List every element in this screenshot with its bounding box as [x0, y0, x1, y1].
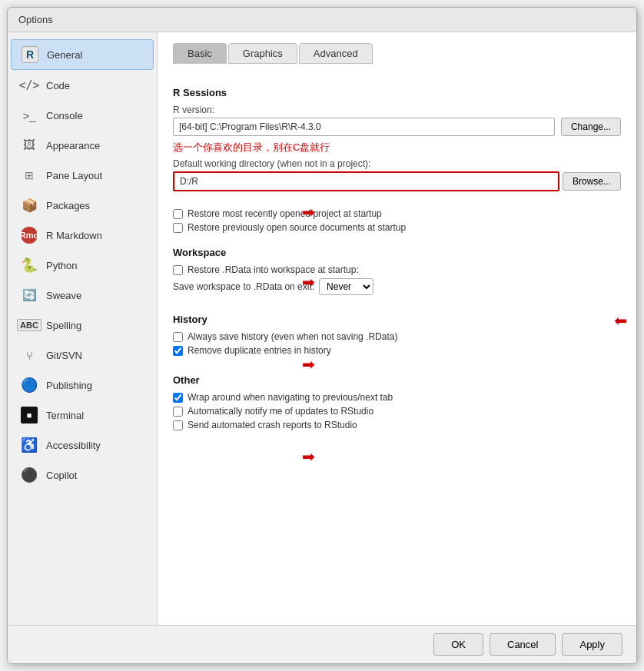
rmd-icon: Rmd — [20, 226, 38, 244]
restore-docs-checkbox[interactable] — [173, 223, 183, 233]
sidebar-item-sweave[interactable]: 🔄 Sweave — [11, 281, 154, 310]
sidebar-label-git-svn: Git/SVN — [46, 350, 82, 361]
r-version-row: Change... — [173, 118, 621, 136]
tabs: Basic Graphics Advanced — [173, 43, 621, 64]
sweave-icon: 🔄 — [20, 286, 38, 304]
sidebar-item-accessibility[interactable]: ♿ Accessibility — [11, 430, 154, 460]
other-section: Other Wrap around when navigating to pre… — [173, 371, 621, 433]
console-icon: >_ — [20, 106, 38, 125]
sidebar-item-copilot[interactable]: ⚫ Copilot — [11, 460, 154, 490]
sidebar-label-packages: Packages — [46, 200, 90, 211]
sidebar-item-terminal[interactable]: ■ Terminal — [11, 400, 154, 430]
restore-docs-row: Restore previously open source documents… — [173, 222, 621, 233]
code-icon: </> — [20, 76, 38, 95]
save-workspace-label: Save workspace to .RData on exit: — [173, 281, 314, 292]
sidebar-item-console[interactable]: >_ Console — [11, 101, 154, 130]
cancel-button[interactable]: Cancel — [490, 633, 556, 656]
sidebar-item-general[interactable]: R General — [11, 39, 154, 70]
sidebar-item-code[interactable]: </> Code — [11, 71, 154, 100]
tab-basic[interactable]: Basic — [173, 43, 227, 64]
hint-text: 选一个你喜欢的目录，别在C盘就行 — [173, 141, 621, 154]
r-version-label: R version: — [173, 105, 621, 115]
r-version-input[interactable] — [173, 118, 555, 136]
accessibility-icon: ♿ — [20, 436, 38, 454]
wrap-around-row: Wrap around when navigating to previous/… — [173, 392, 621, 403]
auto-notify-label: Automatically notify me of updates to RS… — [188, 406, 373, 417]
restore-section: Restore most recently opened project at … — [173, 205, 621, 236]
sidebar-item-git-svn[interactable]: ⑂ Git/SVN — [11, 340, 154, 370]
title-bar: Options — [8, 8, 636, 32]
options-dialog: Options R General </> Code >_ — [7, 7, 637, 664]
send-crash-checkbox[interactable] — [173, 420, 183, 430]
wrap-around-checkbox[interactable] — [173, 393, 183, 403]
sidebar-item-r-markdown[interactable]: Rmd R Markdown — [11, 221, 154, 250]
sidebar-label-code: Code — [46, 80, 70, 91]
workspace-title: Workspace — [173, 247, 621, 258]
history-title: History — [173, 314, 621, 325]
sidebar-label-general: General — [47, 49, 82, 61]
sidebar-label-pane-layout: Pane Layout — [46, 170, 102, 181]
r-icon: R — [21, 45, 39, 64]
remove-duplicates-row: Remove duplicate entries in history — [173, 345, 621, 356]
browse-button[interactable]: Browse... — [563, 172, 621, 191]
sidebar-label-spelling: Spelling — [46, 320, 81, 331]
sidebar-label-sweave: Sweave — [46, 290, 81, 301]
other-title: Other — [173, 374, 621, 386]
working-dir-label: Default working directory (when not in a… — [173, 158, 621, 169]
terminal-icon: ■ — [20, 406, 38, 424]
restore-rdata-row: Restore .RData into workspace at startup… — [173, 264, 621, 275]
dialog-footer: OK Cancel Apply — [8, 625, 636, 663]
dialog-body: R General </> Code >_ Console — [8, 32, 636, 625]
spelling-icon: ABC — [20, 316, 38, 334]
restore-project-checkbox[interactable] — [173, 209, 183, 219]
change-button[interactable]: Change... — [561, 118, 621, 136]
r-sessions-title: R Sessions — [173, 87, 621, 98]
restore-project-label: Restore most recently opened project at … — [188, 208, 382, 219]
sidebar-item-packages[interactable]: 📦 Packages — [11, 191, 154, 220]
sidebar-label-terminal: Terminal — [46, 410, 84, 421]
python-icon: 🐍 — [20, 256, 38, 274]
dialog-title: Options — [18, 14, 53, 25]
restore-project-row: Restore most recently opened project at … — [173, 208, 621, 219]
auto-notify-row: Automatically notify me of updates to RS… — [173, 406, 621, 417]
auto-notify-checkbox[interactable] — [173, 407, 183, 417]
remove-duplicates-checkbox[interactable] — [173, 346, 183, 356]
save-workspace-select[interactable]: Never Ask Always — [319, 278, 373, 295]
publishing-icon: 🔵 — [20, 376, 38, 394]
sidebar-label-publishing: Publishing — [46, 380, 92, 391]
restore-rdata-checkbox[interactable] — [173, 265, 183, 275]
wrap-around-label: Wrap around when navigating to previous/… — [188, 392, 393, 403]
workspace-section: Workspace Restore .RData into workspace … — [173, 244, 621, 298]
tab-advanced[interactable]: Advanced — [299, 43, 373, 64]
sidebar-item-appearance[interactable]: 🖼 Appearance — [11, 131, 154, 160]
sidebar: R General </> Code >_ Console — [8, 32, 158, 625]
apply-button[interactable]: Apply — [562, 633, 622, 656]
remove-duplicates-label: Remove duplicate entries in history — [188, 345, 331, 356]
ok-button[interactable]: OK — [433, 633, 483, 656]
sidebar-label-console: Console — [46, 110, 83, 121]
history-section: History Always save history (even when n… — [173, 311, 621, 359]
always-save-history-row: Always save history (even when not savin… — [173, 331, 621, 342]
git-icon: ⑂ — [20, 346, 38, 364]
sidebar-label-copilot: Copilot — [46, 470, 77, 481]
packages-icon: 📦 — [20, 196, 38, 214]
send-crash-row: Send automated crash reports to RStudio — [173, 420, 621, 430]
r-sessions-section: R Sessions R version: Change... 选一个你喜欢的目… — [173, 84, 621, 194]
pane-icon: ⊞ — [20, 166, 38, 184]
sidebar-label-appearance: Appearance — [46, 140, 100, 151]
sidebar-label-r-markdown: R Markdown — [46, 230, 102, 241]
working-dir-input[interactable] — [173, 171, 559, 191]
restore-docs-label: Restore previously open source documents… — [188, 222, 406, 233]
sidebar-label-python: Python — [46, 260, 77, 271]
restore-rdata-label: Restore .RData into workspace at startup… — [188, 264, 359, 275]
copilot-icon: ⚫ — [20, 466, 38, 484]
sidebar-item-spelling[interactable]: ABC Spelling — [11, 311, 154, 340]
save-workspace-row: Save workspace to .RData on exit: Never … — [173, 278, 621, 295]
tab-graphics[interactable]: Graphics — [228, 43, 297, 64]
sidebar-item-pane-layout[interactable]: ⊞ Pane Layout — [11, 161, 154, 190]
always-save-history-checkbox[interactable] — [173, 332, 183, 342]
sidebar-item-publishing[interactable]: 🔵 Publishing — [11, 370, 154, 400]
sidebar-item-python[interactable]: 🐍 Python — [11, 251, 154, 280]
main-content: Basic Graphics Advanced R Sessions R ver… — [158, 32, 636, 625]
working-dir-row: Browse... — [173, 171, 621, 191]
